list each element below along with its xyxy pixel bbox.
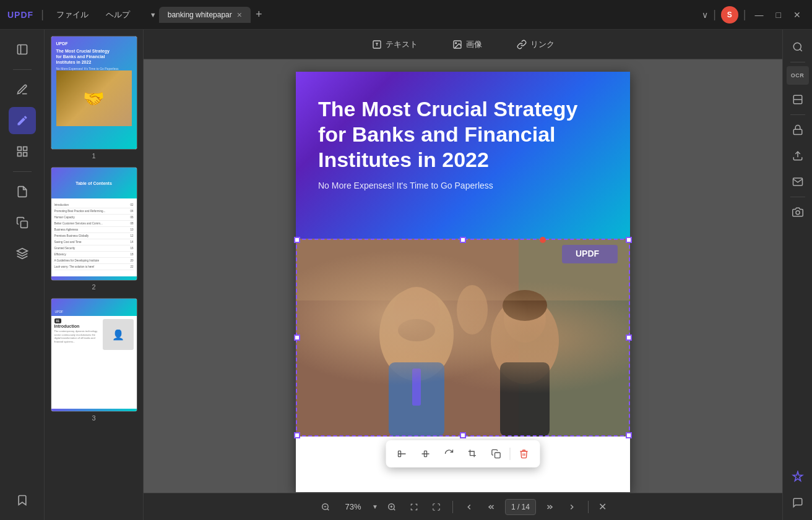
sidebar-layers-icon[interactable] — [9, 240, 36, 267]
next-page-button[interactable] — [563, 498, 581, 516]
content-area: テキスト 画像 リンク The M — [144, 30, 782, 520]
thumbnail-number-3: 3 — [92, 414, 95, 422]
text-tool[interactable]: テキスト — [365, 35, 425, 54]
right-camera-icon[interactable] — [787, 201, 809, 223]
right-lock-icon[interactable] — [787, 119, 809, 141]
first-page-button[interactable] — [483, 498, 500, 516]
image-icon — [452, 40, 462, 49]
fit-width-button[interactable] — [405, 498, 423, 516]
link-tool-label: リンク — [530, 39, 555, 50]
ocr-button[interactable]: OCR — [787, 66, 809, 85]
float-copy[interactable] — [486, 444, 506, 464]
active-tab[interactable]: banking whitepapar × — [159, 7, 251, 23]
titlebar: UPDF | ファイル ヘルプ ▼ banking whitepapar × +… — [0, 0, 812, 30]
sidebar-edit-icon[interactable] — [9, 107, 36, 134]
float-crop[interactable] — [463, 444, 483, 464]
zoom-in-button[interactable] — [383, 498, 400, 516]
sidebar-book-icon[interactable] — [9, 36, 36, 63]
ocr-label: OCR — [791, 72, 805, 79]
titlebar-divider1: | — [41, 8, 44, 21]
float-divider — [510, 448, 511, 460]
svg-rect-33 — [495, 453, 501, 458]
right-scan-icon[interactable] — [787, 88, 809, 111]
minimize-button[interactable]: — — [751, 10, 767, 20]
zoom-level-text: 73% — [339, 502, 367, 511]
thumb2-body: Introduction02 Promoting Best Practice a… — [51, 198, 137, 276]
zoom-separator2 — [588, 501, 589, 513]
text-icon — [372, 40, 382, 49]
thumb3-logo: UPDF — [55, 310, 64, 313]
pdf-viewer[interactable]: The Most Crucial Strategy for Banks and … — [144, 59, 782, 493]
user-avatar[interactable]: S — [721, 6, 738, 23]
right-mail-icon[interactable] — [787, 171, 809, 193]
menu-help[interactable]: ヘルプ — [101, 7, 135, 23]
svg-rect-18 — [412, 369, 421, 406]
window-arrow-down[interactable]: ∨ — [702, 10, 708, 20]
thumbnail-frame-1: UPDF The Most Crucial Strategyfor Banks … — [51, 36, 137, 150]
current-page-input[interactable]: 1 / 14 — [505, 499, 536, 515]
zoom-bar: 73% ▼ 1 / 14 — [144, 493, 782, 520]
sidebar-divider1 — [13, 69, 32, 70]
link-tool[interactable]: リンク — [509, 35, 562, 54]
thumb3-right: 👤 — [103, 319, 134, 406]
image-tool-label: 画像 — [466, 39, 482, 50]
right-chat-icon[interactable] — [787, 492, 809, 514]
page-header-gradient: The Most Crucial Strategy for Banks and … — [296, 72, 630, 239]
svg-rect-45 — [793, 129, 802, 134]
thumb2-content: Table of Contents Introduction02 Promoti… — [51, 168, 137, 280]
pdf-page: The Most Crucial Strategy for Banks and … — [296, 72, 630, 492]
edit-close-button[interactable]: ✕ — [596, 498, 609, 515]
thumbnail-page-3[interactable]: UPDF 01 Introduction The contemporary, d… — [50, 298, 138, 422]
close-button[interactable]: ✕ — [790, 10, 805, 20]
float-align-left[interactable] — [392, 444, 412, 464]
float-rotate[interactable] — [439, 444, 459, 464]
sidebar-bookmark-icon[interactable] — [9, 487, 36, 514]
thumbnail-page-1[interactable]: UPDF The Most Crucial Strategyfor Banks … — [50, 36, 138, 160]
page-image: UPDF — [296, 239, 630, 437]
svg-rect-13 — [296, 239, 630, 437]
thumb2-header: Table of Contents — [51, 168, 137, 198]
svg-point-20 — [398, 319, 435, 341]
tab-close-button[interactable]: × — [237, 11, 242, 19]
sidebar-layout-icon[interactable] — [9, 138, 36, 165]
image-tool[interactable]: 画像 — [445, 35, 490, 54]
svg-point-19 — [393, 287, 440, 339]
svg-point-23 — [504, 296, 546, 343]
sidebar-annotate-icon[interactable] — [9, 76, 36, 103]
page-main-title: The Most Crucial Strategy for Banks and … — [318, 96, 608, 172]
fit-page-button[interactable] — [428, 498, 445, 516]
thumbnail-panel[interactable]: UPDF The Most Crucial Strategyfor Banks … — [45, 30, 144, 520]
thumbnail-frame-2: Table of Contents Introduction02 Promoti… — [51, 167, 137, 281]
zoom-separator1 — [452, 501, 453, 513]
thumbnail-page-2[interactable]: Table of Contents Introduction02 Promoti… — [50, 167, 138, 291]
sidebar-copy-icon[interactable] — [9, 209, 36, 236]
maximize-button[interactable]: □ — [772, 10, 785, 20]
menu-file[interactable]: ファイル — [51, 7, 93, 23]
svg-point-21 — [491, 297, 559, 384]
svg-line-35 — [327, 508, 329, 510]
last-page-button[interactable] — [541, 498, 558, 516]
sidebar-pages-icon[interactable] — [9, 178, 36, 205]
thumb3-header: UPDF — [51, 299, 137, 316]
page-subtitle: No More Expenses! It's Time to Go Paperl… — [318, 181, 608, 190]
float-align-center[interactable] — [416, 444, 436, 464]
right-search-icon[interactable] — [787, 36, 809, 58]
svg-rect-3 — [23, 147, 27, 151]
zoom-out-button[interactable] — [317, 498, 334, 516]
tab-dropdown-arrow[interactable]: ▼ — [150, 11, 157, 19]
image-floating-toolbar — [386, 440, 540, 467]
selected-image-container[interactable]: UPDF — [296, 239, 630, 437]
thumbnail-frame-3: UPDF 01 Introduction The contemporary, d… — [51, 298, 137, 412]
right-sparkle-icon[interactable] — [787, 466, 809, 488]
svg-rect-22 — [500, 362, 550, 437]
right-upload-icon[interactable] — [787, 145, 809, 167]
prev-page-button[interactable] — [460, 498, 478, 516]
new-tab-button[interactable]: + — [256, 8, 262, 21]
left-sidebar — [0, 30, 45, 520]
thumb3-content: UPDF 01 Introduction The contemporary, d… — [51, 299, 137, 411]
titlebar-divider2: | — [713, 8, 716, 21]
float-delete[interactable] — [514, 444, 534, 464]
main-area: UPDF The Most Crucial Strategyfor Banks … — [0, 30, 812, 520]
zoom-dropdown[interactable]: ▼ — [372, 503, 378, 510]
thumb3-section-title: Introduction — [54, 324, 100, 328]
